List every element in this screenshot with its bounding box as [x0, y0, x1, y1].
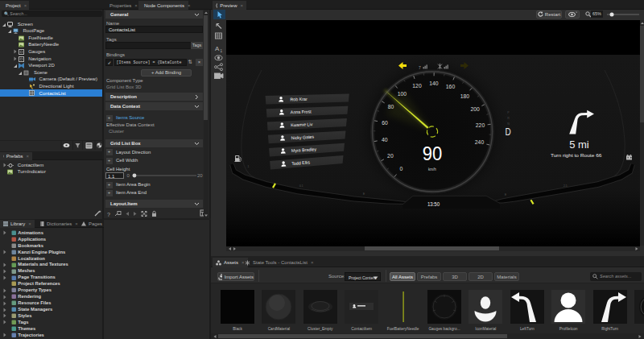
svg-text:Anna Frost: Anna Frost: [291, 109, 312, 114]
svg-text:220: 220: [476, 122, 485, 128]
svg-text:Turn right to Route 66: Turn right to Route 66: [551, 152, 602, 158]
svg-text:13:50: 13:50: [427, 201, 440, 207]
svg-text:0.1: 0.1: [299, 184, 303, 188]
svg-text:R: R: [507, 117, 510, 120]
svg-text:?: ?: [107, 211, 110, 217]
svg-text:A: A: [215, 45, 220, 52]
svg-text:0: 0: [400, 166, 403, 172]
svg-text:E: E: [363, 192, 365, 196]
svg-text:5 mi: 5 mi: [569, 138, 589, 151]
svg-text:140: 140: [429, 81, 439, 86]
svg-text:160: 160: [446, 84, 456, 89]
svg-text:2.5: 2.5: [564, 184, 568, 188]
svg-text:1: 1: [248, 165, 250, 168]
svg-text:D: D: [505, 126, 510, 138]
svg-text:km/h: km/h: [428, 167, 436, 172]
svg-text:90: 90: [423, 143, 443, 164]
svg-text:120: 120: [412, 83, 422, 89]
svg-text:240: 240: [475, 139, 485, 145]
svg-text:200: 200: [471, 106, 481, 112]
svg-text:180: 180: [460, 93, 470, 99]
svg-text:40: 40: [382, 137, 388, 143]
svg-text:E: E: [505, 193, 506, 196]
svg-text:7: 7: [419, 65, 421, 70]
svg-text:20: 20: [387, 153, 394, 159]
svg-text:Rob Krar: Rob Krar: [290, 97, 308, 102]
svg-text:Kwamie Liv: Kwamie Liv: [291, 122, 313, 127]
svg-text:60: 60: [382, 120, 388, 126]
svg-text:1: 1: [221, 49, 223, 53]
